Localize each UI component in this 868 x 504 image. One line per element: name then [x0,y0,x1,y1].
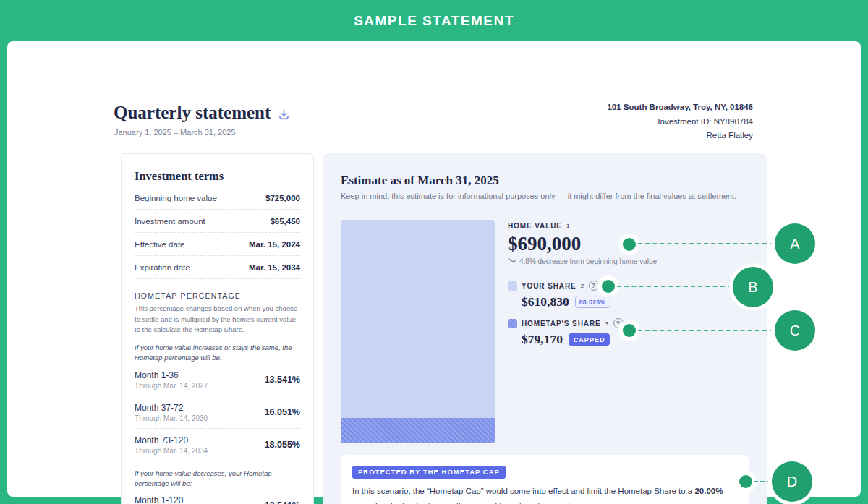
your-share-amount: $610,830 [522,294,569,309]
month-range: Month 1-36 [135,370,208,380]
investment-id: Investment ID: NY890784 [607,115,753,129]
sample-statement-banner: SAMPLE STATEMENT [0,0,868,41]
bar-your-share [341,220,495,418]
statement-period: January 1, 2025 – March 31, 2025 [114,128,236,137]
term-value: Mar. 15, 2034 [249,263,300,272]
your-share-label: YOUR SHARE [522,282,576,290]
term-value: $65,450 [270,217,300,226]
cap-description: In this scenario, the “Hometap Cap” woul… [352,484,737,504]
term-row: Investment amount $65,450 [135,210,300,233]
term-row: Effective date Mar. 15, 2024 [135,233,300,256]
your-share-help-icon[interactable]: ? [589,281,599,291]
term-value: $725,000 [265,194,300,202]
your-share-value-row: $610,830 88.526% [522,294,754,309]
callout-line-b [617,286,732,287]
footnote-2: 2 [581,283,584,289]
hometap-percentage-title: HOMETAP PERCENTAGE [135,291,300,300]
customer-name: Retta Flatley [607,129,753,143]
month-range: Month 37-72 [135,403,208,413]
percentage-row: Month 37-72 Through Mar. 14, 2030 16.051… [135,396,300,429]
hometap-percentage-description: This percentage changes based on when yo… [135,304,300,336]
callout-dot-a [623,238,636,251]
callout-line-c [638,330,774,331]
term-label: Expiration date [135,263,190,272]
callout-line-a [638,243,774,244]
trend-down-icon [508,257,516,265]
footnote-1: 1 [566,223,570,229]
decrease-note: If your home value decreases, your Homet… [135,469,300,490]
month-through: Through Mar. 14, 2030 [135,414,208,422]
home-value-change-text: 4.8% decrease from beginning home value [519,257,657,265]
hometap-share-label: HOMETAP'S SHARE [522,320,601,328]
download-icon[interactable] [278,108,290,121]
bar-hometap-share [341,418,495,443]
percentage-value: 13.541% [265,375,300,385]
capped-badge: CAPPED [569,333,610,346]
term-label: Effective date [135,240,184,249]
investment-terms-title: Investment terms [135,169,300,184]
cap-rate: 20.00% [694,487,723,495]
month-range: Month 1-120 [135,495,208,504]
statement-page: Quarterly statement January 1, 2025 – Ma… [7,41,861,497]
home-value-change: 4.8% decrease from beginning home value [508,257,754,265]
percentage-value: 18.055% [265,440,300,450]
callout-circle-c: C [775,310,815,351]
term-row: Expiration date Mar. 15, 2034 [135,256,300,279]
hometap-share-amount: $79,170 [522,332,563,347]
home-value-label: HOME VALUE [508,222,562,230]
callout-dot-d [739,475,752,488]
investment-terms-card: Investment terms Beginning home value $7… [121,153,314,504]
cap-text-before: In this scenario, the “Hometap Cap” woul… [352,487,694,495]
percentage-row: Month 1-36 Through Mar. 14, 2027 13.541% [135,364,300,396]
banner-title: SAMPLE STATEMENT [354,13,514,29]
callout-circle-a: A [775,223,815,264]
footnote-3: 3 [605,320,609,327]
month-range: Month 73-120 [135,435,208,445]
property-address: 101 South Broadway, Troy, NY, 01846 [607,101,753,115]
page-title-text: Quarterly statement [114,103,271,123]
cap-badge: PROTECTED BY THE HOMETAP CAP [352,466,506,479]
callout-dot-c [623,324,636,337]
hometap-share-swatch [508,319,517,328]
term-row: Beginning home value $725,000 [135,187,300,210]
percentage-value: 16.051% [265,407,300,417]
cap-text-after: annualized rate of return on the origina… [352,501,572,504]
term-label: Beginning home value [135,194,217,202]
page-title: Quarterly statement [114,103,290,123]
hometap-share-help-icon[interactable]: ? [613,318,624,328]
hometap-share-value-row: $79,170 CAPPED [522,332,754,347]
month-through: Through Mar. 14, 2027 [135,382,208,390]
increase-note: If your home value increases or stays th… [135,343,300,364]
term-label: Investment amount [135,217,205,226]
callout-circle-b: B [733,267,773,307]
your-share-swatch [508,281,517,291]
callout-line-d [754,481,771,482]
month-through: Through Mar. 14, 2034 [135,447,208,455]
estimate-panel: Estimate as of March 31, 2025 Keep in mi… [323,153,767,504]
callout-circle-d: D [772,461,812,502]
percentage-row: Month 1-120 Through Mar. 14, 2034 13.541… [135,489,300,504]
your-share-block: YOUR SHARE2 ? $610,830 88.526% [508,281,754,309]
hometap-cap-box: PROTECTED BY THE HOMETAP CAP In this sce… [341,455,749,504]
percentage-value: 13.541% [265,500,300,504]
account-info: 101 South Broadway, Troy, NY, 01846 Inve… [607,101,753,143]
term-value: Mar. 15, 2024 [249,240,300,249]
estimate-title: Estimate as of March 31, 2025 [341,174,499,188]
home-value-label-row: HOME VALUE1 [508,222,754,230]
home-value-bar-chart [341,220,495,443]
your-share-percent-badge: 88.526% [575,296,610,308]
percentage-row: Month 73-120 Through Mar. 14, 2034 18.05… [135,429,300,461]
estimate-disclaimer: Keep in mind, this estimate is for infor… [341,192,749,200]
callout-dot-b [602,280,615,293]
